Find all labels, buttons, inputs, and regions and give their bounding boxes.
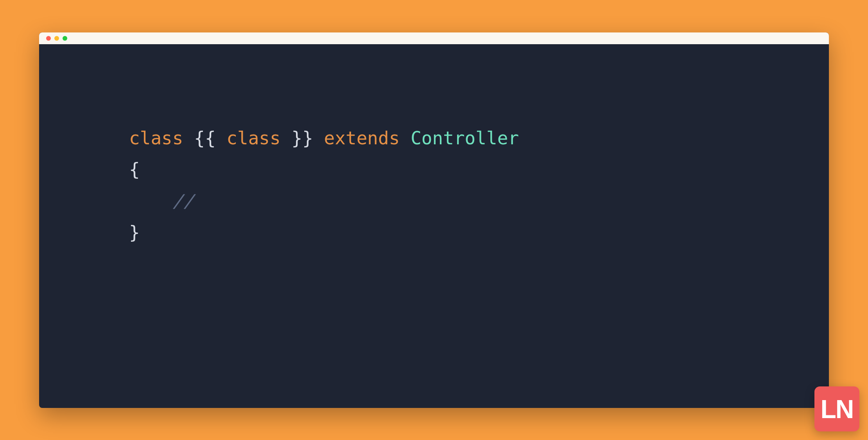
code-editor: class {{ class }} extends Controller { /… [39, 44, 829, 408]
comment-slashes: // [172, 190, 194, 212]
open-curly-brace: { [129, 159, 140, 180]
maximize-button[interactable] [63, 36, 67, 41]
close-curly-brace: } [129, 222, 140, 243]
window-titlebar [39, 32, 829, 44]
template-open-braces: {{ [194, 128, 215, 149]
template-close-braces: }} [291, 128, 313, 149]
keyword-class: class [129, 128, 183, 149]
classname-controller: Controller [411, 128, 519, 149]
logo-text: LN [821, 394, 854, 424]
editor-window: class {{ class }} extends Controller { /… [39, 32, 829, 408]
keyword-extends: extends [324, 128, 400, 149]
minimize-button[interactable] [54, 36, 59, 41]
template-var-class: class [226, 128, 280, 149]
ln-logo: LN [814, 386, 859, 431]
indent-guide [129, 190, 172, 212]
close-button[interactable] [46, 36, 51, 41]
